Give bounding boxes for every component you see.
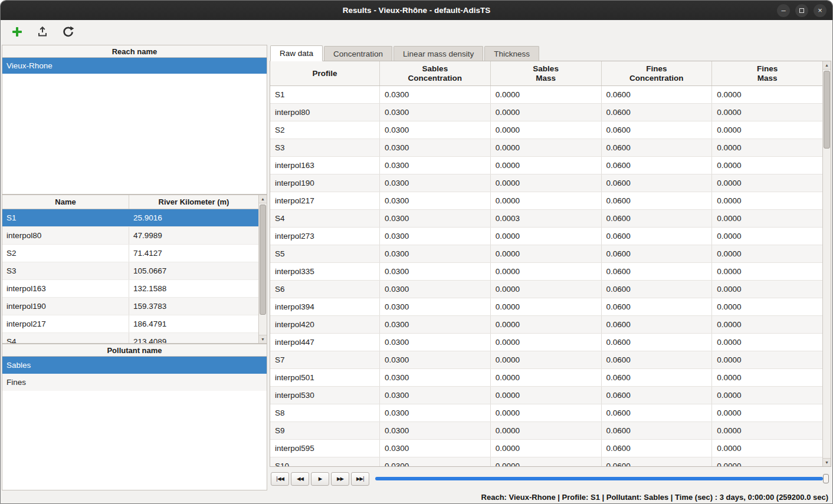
skip-start-button[interactable]: |◀◀ [271, 472, 289, 486]
scrollbar-track[interactable] [823, 70, 831, 458]
profile-row[interactable]: S125.9016 [2, 209, 258, 227]
table-row[interactable]: interpol3350.03000.00000.06000.0000 [270, 263, 822, 281]
profile-row[interactable]: S4213.4089 [2, 333, 258, 344]
table-row[interactable]: interpol1630.03000.00000.06000.0000 [270, 157, 822, 174]
scroll-down-icon[interactable]: ▼ [259, 335, 267, 343]
table-cell: 0.0300 [380, 281, 491, 298]
pollutant-list: SablesFines [2, 357, 267, 490]
profile-row[interactable]: S271.4127 [2, 245, 258, 262]
table-cell: 0.0600 [602, 228, 713, 245]
table-cell: S5 [270, 245, 380, 262]
table-row[interactable]: interpol2730.03000.00000.06000.0000 [270, 228, 822, 245]
statusbar: Reach: Vieux-Rhone | Profile: S1 | Pollu… [1, 490, 832, 503]
profile-km-cell: 213.4089 [129, 333, 258, 344]
tab-raw-data[interactable]: Raw data [270, 45, 323, 61]
table-cell: interpol190 [270, 174, 380, 192]
table-cell: 0.0300 [380, 263, 491, 280]
table-cell: 0.0000 [712, 210, 822, 227]
window-controls: – × [777, 1, 827, 20]
toolbar [1, 20, 832, 44]
minimize-button[interactable]: – [777, 4, 790, 17]
add-button[interactable] [9, 24, 25, 40]
slider-handle[interactable] [823, 474, 829, 483]
tab-concentration[interactable]: Concentration [324, 46, 392, 61]
table-row[interactable]: S20.03000.00000.06000.0000 [270, 121, 822, 139]
profile-row[interactable]: interpol8047.9989 [2, 227, 258, 245]
profile-row[interactable]: interpol163132.1588 [2, 280, 258, 298]
table-row[interactable]: interpol3940.03000.00000.06000.0000 [270, 298, 822, 316]
tab-linear-mass-density[interactable]: Linear mass density [393, 46, 483, 61]
scroll-down-icon[interactable]: ▼ [823, 458, 831, 466]
table-row[interactable]: S100.03000.00000.06000.0000 [270, 457, 822, 467]
play-button[interactable]: ▶ [311, 472, 329, 486]
profile-km-cell: 159.3783 [129, 298, 258, 315]
table-cell: 0.0000 [491, 86, 602, 103]
refresh-button[interactable] [60, 24, 76, 40]
table-cell: 0.0000 [712, 281, 822, 298]
table-cell: 0.0300 [380, 104, 491, 121]
column-header[interactable]: SablesConcentration [380, 61, 491, 85]
profile-row[interactable]: S3105.0667 [2, 262, 258, 280]
table-cell: 0.0000 [712, 263, 822, 280]
table-row[interactable]: interpol4200.03000.00000.06000.0000 [270, 316, 822, 334]
table-cell: S10 [270, 457, 380, 467]
profiles-header-km[interactable]: River Kilometer (m) [129, 195, 258, 209]
pollutant-item[interactable]: Fines [2, 374, 267, 391]
profile-km-cell: 105.0667 [129, 262, 258, 279]
table-cell: 0.0000 [491, 139, 602, 156]
profiles-table: Name River Kilometer (m) S125.9016interp… [2, 195, 267, 344]
rewind-button[interactable]: ◀◀ [291, 472, 309, 486]
scroll-up-icon[interactable]: ▲ [823, 61, 831, 70]
player-bar: |◀◀◀◀▶▶▶▶▶| [270, 467, 831, 490]
table-row[interactable]: interpol5010.03000.00000.06000.0000 [270, 369, 822, 387]
table-row[interactable]: interpol5300.03000.00000.06000.0000 [270, 387, 822, 404]
data-scrollbar[interactable]: ▲ ▼ [822, 61, 831, 466]
profiles-header-name[interactable]: Name [2, 195, 129, 209]
scroll-up-icon[interactable]: ▲ [259, 195, 267, 203]
table-row[interactable]: S10.03000.00000.06000.0000 [270, 86, 822, 104]
table-row[interactable]: interpol4470.03000.00000.06000.0000 [270, 334, 822, 351]
reach-item[interactable]: Vieux-Rhone [2, 58, 267, 74]
table-row[interactable]: interpol1900.03000.00000.06000.0000 [270, 174, 822, 192]
table-cell: 0.0600 [602, 104, 713, 121]
table-row[interactable]: S90.03000.00000.06000.0000 [270, 422, 822, 440]
table-row[interactable]: interpol5950.03000.00000.06000.0000 [270, 440, 822, 457]
table-row[interactable]: S50.03000.00000.06000.0000 [270, 245, 822, 263]
table-cell: 0.0300 [380, 192, 491, 209]
forward-button[interactable]: ▶▶ [331, 472, 349, 486]
column-header[interactable]: Profile [270, 61, 380, 85]
time-slider[interactable] [375, 472, 829, 486]
table-row[interactable]: S80.03000.00000.06000.0000 [270, 404, 822, 422]
scrollbar-thumb[interactable] [260, 205, 266, 315]
profile-km-cell: 47.9989 [129, 227, 258, 244]
close-button[interactable]: × [814, 4, 827, 17]
reach-header: Reach name [2, 45, 267, 58]
export-button[interactable] [34, 24, 51, 40]
profile-row[interactable]: interpol190159.3783 [2, 298, 258, 315]
table-row[interactable]: S60.03000.00000.06000.0000 [270, 281, 822, 298]
table-cell: 0.0000 [491, 228, 602, 245]
tab-thickness[interactable]: Thickness [484, 46, 539, 61]
maximize-button[interactable] [795, 4, 808, 17]
column-header[interactable]: SablesMass [491, 61, 602, 85]
scrollbar-track[interactable] [259, 203, 267, 335]
column-header-line: Sables [422, 64, 448, 74]
table-cell: S9 [270, 422, 380, 439]
table-cell: 0.0000 [491, 334, 602, 351]
profile-row[interactable]: interpol217186.4791 [2, 315, 258, 333]
skip-end-button[interactable]: ▶▶| [351, 472, 369, 486]
titlebar[interactable]: Results - Vieux-Rhône - default-AdisTS –… [1, 1, 832, 20]
table-row[interactable]: interpol2170.03000.00000.06000.0000 [270, 192, 822, 210]
table-cell: 0.0600 [602, 351, 713, 368]
column-header[interactable]: FinesConcentration [602, 61, 713, 85]
profile-km-cell: 25.9016 [129, 209, 258, 226]
column-header[interactable]: FinesMass [712, 61, 822, 85]
profiles-scrollbar[interactable]: ▲ ▼ [258, 195, 267, 343]
table-row[interactable]: S70.03000.00000.06000.0000 [270, 351, 822, 369]
table-row[interactable]: S40.03000.00030.06000.0000 [270, 210, 822, 228]
data-table: ProfileSablesConcentrationSablesMassFine… [270, 61, 831, 467]
table-row[interactable]: S30.03000.00000.06000.0000 [270, 139, 822, 157]
scrollbar-thumb[interactable] [824, 71, 830, 149]
pollutant-item[interactable]: Sables [2, 357, 267, 374]
table-row[interactable]: interpol800.03000.00000.06000.0000 [270, 104, 822, 121]
